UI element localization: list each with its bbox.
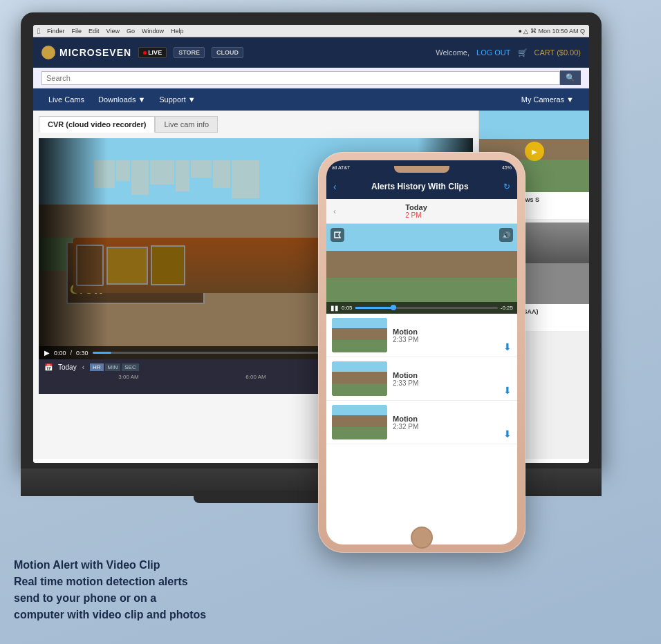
timeline-type-buttons: HR MIN SEC — [90, 363, 139, 371]
main-navigation: Live Cams Downloads ▼ Support ▼ My Camer… — [33, 88, 589, 111]
video-progress-fill — [93, 352, 111, 354]
phone-screen-title: Alerts History With Clips — [342, 182, 498, 191]
tab-live-cam-info[interactable]: Live cam info — [155, 116, 218, 133]
mac-status-icons: ● △ ⌘ Mon 10:50 AM Q — [519, 28, 585, 35]
phone-prev-button[interactable]: ‹ — [333, 207, 336, 216]
search-input[interactable] — [41, 71, 560, 85]
phone-video-frame — [326, 224, 517, 314]
tab-cvr[interactable]: CVR (cloud video recorder) — [39, 116, 155, 133]
timeline-mark-0: 3:00 AM — [65, 374, 192, 380]
alert-type-0: Motion — [393, 328, 498, 336]
nav-live-badge[interactable]: LIVE — [138, 47, 167, 58]
phone-camera-notch — [394, 166, 449, 173]
phone-signal: atl AT&T — [332, 165, 350, 170]
play-button[interactable]: ▶ — [44, 349, 50, 357]
alert-thumb-0 — [332, 318, 387, 352]
phone-home-button[interactable] — [411, 527, 433, 549]
cart-button[interactable]: CART ($0.00) — [534, 48, 581, 57]
alert-download-1[interactable]: ⬇ — [503, 385, 512, 396]
alert-time-1: 2:33 PM — [393, 379, 498, 387]
top-navigation: M MICROSEVEN LIVE STORE CLOUD Welcome, — [33, 37, 589, 68]
svg-text:M: M — [46, 50, 50, 55]
cvr-tabs: CVR (cloud video recorder) Live cam info — [39, 116, 473, 133]
mycameras-chevron: ▼ — [566, 95, 574, 104]
desc-line-1: Motion Alert with Video Clip — [14, 557, 304, 574]
phone-video-progress-handle[interactable] — [391, 305, 396, 310]
nav-support[interactable]: Support ▼ — [152, 88, 202, 111]
alert-item-1[interactable]: Motion 2:33 PM ⬇ — [326, 357, 517, 401]
phone-refresh-button[interactable]: ↻ — [503, 182, 510, 191]
mac-menubar:  Finder File Edit View Go Window Help ●… — [33, 25, 589, 37]
calendar-icon: 📅 — [44, 363, 53, 371]
video-time-current: 0:00 — [54, 350, 66, 357]
apple-icon:  — [37, 27, 40, 35]
alert-download-0[interactable]: ⬇ — [503, 341, 512, 352]
menu-go[interactable]: Go — [127, 28, 135, 35]
phone-back-button[interactable]: ‹ — [333, 181, 337, 192]
nav-store-badge[interactable]: STORE — [174, 47, 205, 58]
phone-alerts-list: Motion 2:33 PM ⬇ Motion 2:33 PM ⬇ — [326, 314, 517, 444]
live-dot — [143, 51, 147, 55]
phone-pause-button[interactable]: ▮▮ — [330, 304, 339, 312]
phone-app-header: ‹ Alerts History With Clips ↻ — [326, 174, 517, 199]
camera-play-overlay-1[interactable]: ▶ — [525, 142, 544, 161]
phone-date-section: ‹ Today 2 PM — [326, 199, 517, 224]
video-time-total: 0:30 — [76, 350, 89, 357]
phone-video-progress-fill — [355, 307, 391, 309]
phone-date-label: Today — [405, 203, 427, 211]
alert-time-2: 2:32 PM — [393, 423, 498, 430]
phone-video-player[interactable]: 🔊 ▮▮ 0:05 -0:25 — [326, 224, 517, 314]
alert-type-1: Motion — [393, 371, 498, 379]
alert-download-2[interactable]: ⬇ — [503, 428, 512, 439]
phone-device: atl AT&T 2:44 PM 45% ‹ Alerts History Wi… — [318, 152, 525, 553]
cart-icon: 🛒 — [518, 48, 528, 57]
logo-area: M MICROSEVEN — [41, 46, 131, 59]
phone-video-time-current: 0:05 — [342, 305, 353, 311]
menu-help[interactable]: Help — [171, 28, 184, 35]
brand-name: MICROSEVEN — [59, 47, 131, 58]
search-bar: 🔍 — [33, 68, 589, 88]
phone-video-settings-icon[interactable] — [330, 228, 344, 242]
desc-line-2: Real time motion detection alerts — [14, 574, 304, 590]
search-button[interactable]: 🔍 — [560, 70, 581, 85]
alert-item-2[interactable]: Motion 2:32 PM ⬇ — [326, 401, 517, 444]
menu-edit[interactable]: Edit — [89, 28, 100, 35]
desc-line-4: computer with video clip and photos — [14, 607, 304, 623]
nav-live-cams[interactable]: Live Cams — [41, 88, 91, 111]
phone-video-time-end: -0:25 — [501, 305, 513, 311]
alert-type-2: Motion — [393, 415, 498, 423]
timeline-min-button[interactable]: MIN — [105, 363, 121, 371]
phone-frame: atl AT&T 2:44 PM 45% ‹ Alerts History Wi… — [318, 152, 525, 553]
menu-finder[interactable]: Finder — [47, 28, 65, 35]
welcome-text: Welcome, — [436, 48, 469, 57]
alert-info-0: Motion 2:33 PM — [393, 328, 498, 343]
video-left-vignette — [39, 138, 108, 359]
alert-item-0[interactable]: Motion 2:33 PM ⬇ — [326, 314, 517, 357]
phone-video-sound-icon[interactable]: 🔊 — [499, 228, 513, 242]
nav-downloads[interactable]: Downloads ▼ — [91, 88, 152, 111]
alert-thumb-2 — [332, 405, 387, 439]
phone-screen: atl AT&T 2:44 PM 45% ‹ Alerts History Wi… — [326, 160, 517, 544]
menu-view[interactable]: View — [106, 28, 120, 35]
nav-my-cameras[interactable]: My Cameras ▼ — [514, 88, 581, 111]
phone-video-progress[interactable] — [355, 307, 498, 309]
support-chevron: ▼ — [188, 95, 196, 104]
timeline-sec-button[interactable]: SEC — [122, 363, 138, 371]
alert-info-1: Motion 2:33 PM — [393, 371, 498, 387]
video-time-separator: / — [71, 350, 73, 357]
phone-date-info: Today 2 PM — [405, 203, 427, 219]
menu-file[interactable]: File — [72, 28, 82, 35]
description-text: Motion Alert with Video Clip Real time m… — [14, 557, 304, 623]
alert-thumb-1 — [332, 361, 387, 396]
logo-icon: M — [41, 46, 55, 59]
phone-time-label: 2 PM — [405, 211, 427, 219]
menu-window[interactable]: Window — [142, 28, 164, 35]
logout-button[interactable]: LOG OUT — [476, 48, 511, 57]
nav-cloud-badge[interactable]: CLOUD — [212, 47, 243, 58]
timeline-today-label: Today — [58, 363, 77, 371]
alert-info-2: Motion 2:32 PM — [393, 415, 498, 430]
phone-video-controls: ▮▮ 0:05 -0:25 — [326, 302, 517, 314]
timeline-hr-button[interactable]: HR — [90, 363, 104, 371]
timeline-back-arrow[interactable]: ‹ — [82, 363, 84, 371]
desc-line-3: send to your phone or on a — [14, 590, 304, 607]
